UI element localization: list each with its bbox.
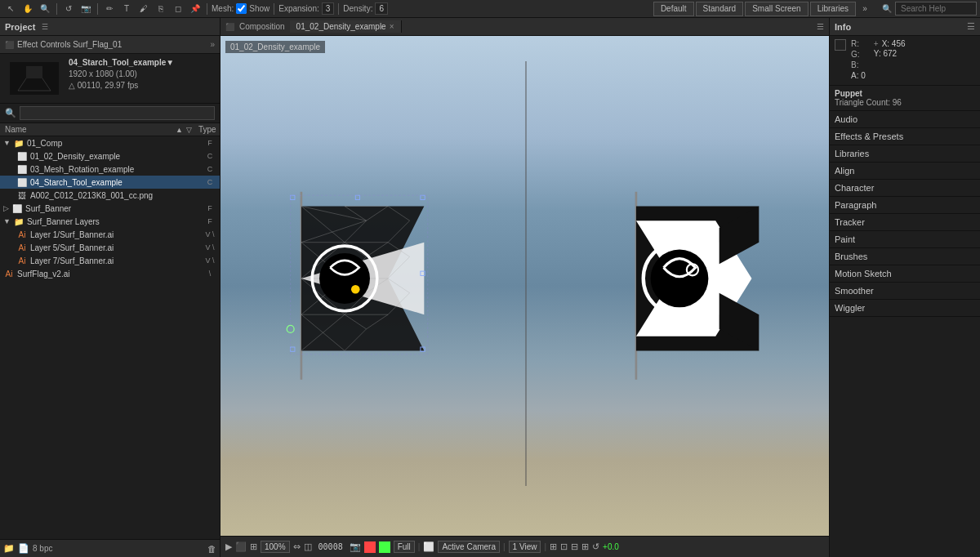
density-value[interactable]: 6 — [375, 2, 388, 15]
tool-pen[interactable]: ✏ — [102, 2, 117, 16]
vt-camera[interactable]: Active Camera — [438, 541, 500, 553]
tree-badge-layer5: V \ — [203, 243, 216, 252]
tool-hand[interactable]: ✋ — [20, 2, 35, 16]
trash-icon[interactable]: 🗑 — [207, 544, 216, 554]
tree-item-png[interactable]: 🖼 A002_C012_0213K8_001_cc.png — [0, 189, 220, 202]
vt-overlay-icon[interactable]: ⊟ — [571, 541, 578, 552]
workspace-small-screen[interactable]: Small Screen — [745, 2, 808, 16]
panel-item-paragraph[interactable]: Paragraph — [830, 197, 980, 214]
search-area: 🔍 — [882, 2, 977, 16]
vt-snap-icon[interactable]: ◫ — [304, 541, 312, 552]
tool-brush[interactable]: 🖌 — [136, 2, 151, 16]
workspace-standard[interactable]: Standard — [696, 2, 744, 16]
vt-fit-icon[interactable]: ⇔ — [293, 541, 301, 552]
sort-asc-icon[interactable]: ▲ — [176, 126, 183, 134]
vt-separator6: | — [418, 542, 421, 551]
panel-item-libraries[interactable]: Libraries — [830, 145, 980, 163]
density-label: Density: — [343, 4, 372, 13]
project-menu-icon[interactable]: ☰ — [42, 23, 48, 31]
svg-rect-48 — [356, 195, 360, 199]
tool-rotate[interactable]: ↺ — [61, 2, 76, 16]
vt-safe-icon[interactable]: ⊡ — [560, 541, 568, 552]
tool-pin[interactable]: 📌 — [188, 2, 203, 16]
tree-label-surf-banner: Surf_Banner — [25, 204, 201, 213]
vt-grid[interactable]: ⊞ — [250, 541, 257, 552]
vt-camera-icon: 📷 — [350, 541, 361, 552]
panel-item-character[interactable]: Character — [830, 180, 980, 197]
vt-view[interactable]: 1 View — [509, 541, 541, 553]
comp-tab-density[interactable]: 01_02_Density_example × — [290, 20, 402, 33]
vt-quality[interactable]: Full — [394, 541, 415, 553]
vt-color-chip[interactable] — [364, 541, 376, 553]
tree-label-layer5: Layer 5/Surf_Banner.ai — [30, 243, 201, 252]
tool-arrow[interactable]: ↖ — [3, 2, 18, 16]
vt-toggle-audio[interactable]: ▶ — [225, 541, 232, 552]
toolbar-icons: ↖ ✋ 🔍 ↺ 📷 ✏ T 🖌 ⎘ ◻ 📌 Mesh: Show Expansi… — [3, 2, 644, 16]
panel-item-smoother[interactable]: Smoother — [830, 283, 980, 300]
vt-comp-icon: ⬜ — [423, 541, 434, 552]
tree-item-01comp[interactable]: ▼ 📁 01_Comp F — [0, 136, 220, 149]
comp-panel-menu[interactable]: ☰ — [817, 22, 824, 31]
tree-item-density[interactable]: ⬜ 01_02_Density_example C — [0, 149, 220, 163]
a-value: A: 0 — [851, 71, 866, 80]
tool-clone[interactable]: ⎘ — [154, 2, 168, 16]
vt-info[interactable]: ⬛ — [235, 541, 247, 552]
mesh-show-checkbox[interactable] — [236, 3, 247, 14]
tree-item-layer1[interactable]: Ai Layer 1/Surf_Banner.ai V \ — [0, 228, 220, 241]
flag-right-clean — [586, 86, 817, 486]
vt-grid2[interactable]: ⊞ — [550, 541, 557, 552]
comp-icon-density: ⬜ — [16, 150, 28, 162]
expansion-value[interactable]: 3 — [322, 2, 335, 15]
effect-controls-expand[interactable]: » — [210, 40, 215, 49]
tree-badge-surf-banner-layers: F — [203, 217, 216, 225]
vt-separator8: | — [544, 542, 546, 551]
workspace-default[interactable]: Default — [653, 2, 694, 16]
info-menu[interactable]: ☰ — [967, 21, 975, 32]
color-info-block: R: G: B: A: 0 — [830, 36, 980, 86]
file-icon-png: 🖼 — [16, 189, 28, 201]
b-label: B: — [851, 60, 861, 69]
right-panel: Info ☰ R: G: B: — [829, 18, 980, 557]
tree-item-surfflag[interactable]: Ai SurfFlag_v2.ai \ — [0, 267, 220, 280]
tree-item-layer5[interactable]: Ai Layer 5/Surf_Banner.ai V \ — [0, 241, 220, 254]
tool-zoom[interactable]: 🔍 — [38, 2, 52, 16]
flag-left-mesh — [251, 86, 482, 486]
effect-controls-header: ⬛ Effect Controls Surf_Flag_01 » — [0, 36, 220, 54]
project-search-input[interactable] — [20, 106, 215, 120]
tree-item-surf-banner[interactable]: ▷ ⬜ Surf_Banner F — [0, 202, 220, 215]
panel-item-effects[interactable]: Effects & Presets — [830, 128, 980, 145]
tool-text[interactable]: T — [119, 2, 134, 16]
panel-item-motion-sketch[interactable]: Motion Sketch — [830, 265, 980, 283]
tree-item-starch[interactable]: ⬜ 04_Starch_Tool_example C — [0, 176, 220, 189]
tree-badge-mesh-rotation: C — [203, 165, 216, 173]
panel-item-tracker[interactable]: Tracker — [830, 214, 980, 231]
vt-zoom[interactable]: 100% — [261, 541, 290, 553]
vt-3d-icon[interactable]: ⊞ — [581, 541, 589, 552]
vt-refresh-icon[interactable]: ↺ — [592, 541, 599, 552]
panel-item-align[interactable]: Align — [830, 163, 980, 180]
file-tree: ▼ 📁 01_Comp F ⬜ 01_02_Density_example C … — [0, 136, 220, 539]
center-panel: ⬛ Composition 01_02_Density_example × ☰ — [220, 18, 829, 557]
tree-badge-starch: C — [203, 178, 216, 186]
tree-item-mesh-rotation[interactable]: ⬜ 03_Mesh_Rotation_example C — [0, 163, 220, 176]
new-item-icon[interactable]: 📄 — [18, 543, 29, 554]
tree-item-surf-banner-layers[interactable]: ▼ 📁 Surf_Banner Layers F — [0, 215, 220, 228]
panel-item-wiggler[interactable]: Wiggler — [830, 300, 980, 317]
tree-item-layer7[interactable]: Ai Layer 7/Surf_Banner.ai V \ — [0, 254, 220, 267]
workspace-libraries[interactable]: Libraries — [810, 2, 856, 16]
sort-desc-icon[interactable]: ▽ — [186, 126, 192, 134]
g-label: G: — [851, 50, 861, 59]
new-folder-icon[interactable]: 📁 — [3, 543, 15, 554]
expand-surf-banner-layers: ▼ — [3, 217, 11, 225]
workspace-more[interactable]: » — [858, 2, 872, 16]
vt-color-chip2[interactable] — [379, 541, 390, 553]
panel-item-brushes[interactable]: Brushes — [830, 248, 980, 265]
ai-icon-layer7: Ai — [16, 255, 28, 266]
search-input[interactable] — [895, 2, 977, 16]
comp-tab-close[interactable]: × — [390, 22, 394, 31]
tool-eraser[interactable]: ◻ — [171, 2, 185, 16]
tool-camera[interactable]: 📷 — [78, 2, 93, 16]
panel-item-audio[interactable]: Audio — [830, 111, 980, 128]
panel-item-paint[interactable]: Paint — [830, 231, 980, 248]
comp-panel-icon: ⬛ — [225, 23, 234, 31]
